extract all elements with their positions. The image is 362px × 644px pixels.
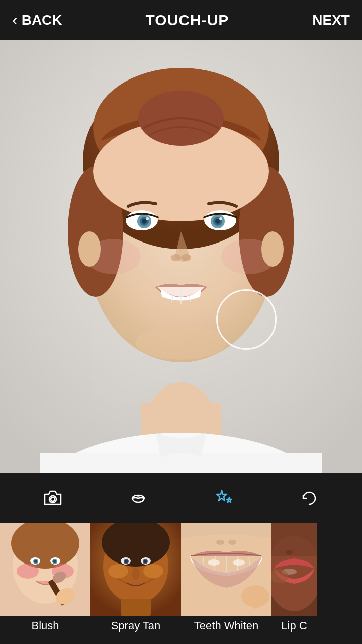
svg-point-60 (108, 564, 128, 578)
face-image (0, 40, 362, 473)
svg-point-28 (136, 325, 226, 360)
svg-point-33 (51, 497, 55, 501)
svg-marker-34 (217, 490, 227, 501)
undo-icon[interactable] (292, 480, 327, 516)
svg-point-45 (17, 564, 39, 579)
svg-point-41 (34, 560, 37, 563)
svg-point-44 (53, 560, 56, 563)
svg-point-56 (125, 560, 128, 563)
toolbar (0, 473, 362, 523)
back-label: BACK (22, 12, 62, 28)
svg-point-75 (216, 540, 224, 545)
svg-point-22 (181, 254, 191, 261)
brush-circle-overlay (216, 289, 277, 350)
svg-rect-63 (121, 599, 151, 616)
blush-item[interactable]: Blush (0, 523, 90, 644)
back-chevron-icon: ‹ (12, 11, 18, 29)
svg-rect-81 (272, 523, 317, 556)
photo-canvas[interactable] (0, 40, 362, 473)
blush-thumbnail (0, 523, 90, 616)
spray-tan-thumbnail (90, 523, 181, 616)
svg-point-21 (171, 254, 181, 261)
lips-icon[interactable] (121, 480, 156, 516)
teeth-whiten-item[interactable]: Teeth Whiten (181, 523, 272, 644)
effects-strip: Blush (0, 523, 362, 644)
svg-point-59 (144, 560, 147, 563)
svg-point-61 (143, 564, 163, 578)
blush-label: Blush (31, 619, 59, 632)
svg-rect-74 (251, 588, 260, 609)
lip-thumbnail (272, 523, 317, 616)
svg-point-82 (286, 550, 293, 555)
teeth-whiten-thumbnail (181, 523, 272, 616)
spray-tan-item[interactable]: Spray Tan (90, 523, 181, 644)
back-button[interactable]: ‹ BACK (12, 12, 62, 29)
lip-item[interactable]: Lip C (272, 523, 317, 644)
svg-point-15 (146, 217, 149, 220)
svg-point-20 (219, 217, 222, 220)
teeth-whiten-label: Teeth Whiten (194, 619, 258, 632)
svg-point-76 (228, 540, 236, 545)
svg-rect-4 (40, 453, 322, 473)
svg-point-30 (261, 231, 284, 267)
header: ‹ BACK TOUCH-UP NEXT (0, 0, 362, 40)
svg-point-29 (78, 231, 101, 267)
svg-point-71 (208, 559, 220, 566)
svg-point-62 (132, 568, 140, 580)
next-button[interactable]: NEXT (312, 12, 350, 28)
spray-tan-label: Spray Tan (111, 619, 161, 632)
svg-point-72 (233, 559, 245, 566)
svg-marker-35 (227, 497, 232, 502)
sparkle-icon[interactable] (206, 480, 241, 516)
page-title: TOUCH-UP (146, 12, 229, 29)
camera-icon[interactable] (35, 480, 70, 516)
lip-label: Lip C (281, 619, 307, 632)
